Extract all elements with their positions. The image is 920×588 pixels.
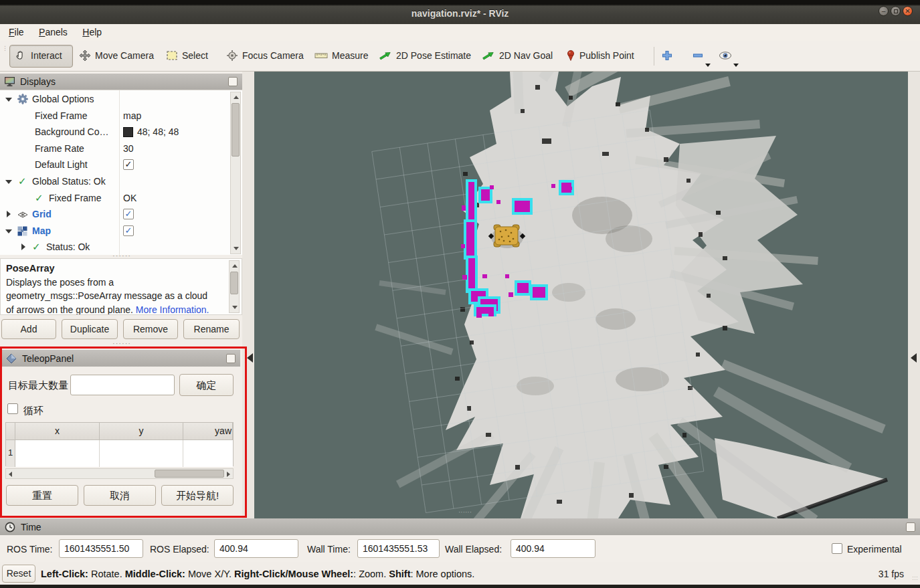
tree-row-fixed-frame[interactable]: Fixed Frame map bbox=[0, 108, 230, 124]
minimize-button[interactable]: – bbox=[879, 6, 889, 16]
table-horizontal-scrollbar[interactable] bbox=[5, 468, 234, 479]
time-float-button[interactable] bbox=[906, 522, 915, 532]
tree-row-grid[interactable]: Grid ✓ bbox=[0, 207, 230, 223]
tree-value[interactable]: 48; 48; 48 bbox=[137, 126, 179, 137]
cancel-button[interactable]: 取消 bbox=[84, 485, 156, 506]
scroll-left-icon[interactable] bbox=[9, 472, 12, 477]
eye-dropdown-arrow-icon[interactable] bbox=[733, 64, 739, 67]
toolbar-grip[interactable]: ⋮⋮ bbox=[2, 47, 6, 66]
confirm-button[interactable]: 确定 bbox=[179, 374, 234, 396]
focus-camera-tool[interactable]: Focus Camera bbox=[226, 50, 304, 62]
interact-tool[interactable]: Interact bbox=[15, 50, 62, 62]
tree-row-default-light[interactable]: Default Light ✓ bbox=[0, 157, 230, 173]
right-splitter[interactable] bbox=[908, 72, 920, 518]
map-checkbox[interactable]: ✓ bbox=[123, 225, 134, 236]
table-cell-yaw[interactable] bbox=[183, 440, 233, 467]
tree-row-global-status[interactable]: ✓ Global Status: Ok bbox=[0, 174, 230, 190]
left-splitter[interactable]: ····· bbox=[242, 72, 254, 518]
view-visibility-tool[interactable] bbox=[719, 50, 732, 62]
help-segment: Right-Click/Mouse Wheel: bbox=[234, 569, 353, 579]
tree-row-global-options[interactable]: Global Options bbox=[0, 92, 230, 108]
status-bar: Reset Left-Click: Rotate. Middle-Click: … bbox=[0, 562, 920, 585]
zoom-out-tool[interactable] bbox=[692, 50, 704, 62]
scrollbar-thumb[interactable] bbox=[232, 103, 240, 157]
menu-file[interactable]: File bbox=[3, 24, 30, 37]
tree-row-fixed-frame-status[interactable]: ✓ Fixed Frame OK bbox=[0, 191, 230, 207]
ros-elapsed-input[interactable] bbox=[214, 539, 298, 558]
scroll-down-icon[interactable] bbox=[234, 247, 239, 250]
tree-value[interactable]: map bbox=[123, 110, 141, 121]
scroll-up-icon[interactable] bbox=[232, 264, 238, 268]
scrollbar-thumb[interactable] bbox=[155, 470, 224, 478]
expander-down-icon[interactable] bbox=[5, 180, 12, 184]
tree-scrollbar[interactable] bbox=[230, 92, 241, 254]
duplicate-button[interactable]: Duplicate bbox=[62, 319, 118, 339]
measure-tool[interactable]: Measure bbox=[314, 50, 368, 62]
help-segment: : More options. bbox=[410, 569, 474, 579]
scroll-right-icon[interactable] bbox=[227, 472, 230, 477]
column-header-x[interactable]: x bbox=[15, 423, 100, 440]
scroll-up-icon[interactable] bbox=[234, 96, 239, 99]
description-scrollbar[interactable] bbox=[229, 260, 240, 313]
add-button[interactable]: Add bbox=[1, 319, 56, 339]
title-bar[interactable]: navigation.rviz* - RViz – ✕ bbox=[0, 0, 920, 24]
pin-icon bbox=[566, 50, 575, 62]
menu-help[interactable]: Help bbox=[76, 24, 108, 37]
wall-elapsed-input[interactable] bbox=[511, 539, 595, 558]
collapse-right-arrow-icon[interactable] bbox=[911, 353, 917, 363]
teleop-panel-header[interactable]: TeleopPanel bbox=[2, 350, 240, 367]
splitter-handle[interactable]: ······ bbox=[112, 342, 131, 345]
column-header-yaw[interactable]: yaw bbox=[183, 423, 233, 440]
reset-goals-button[interactable]: 重置 bbox=[6, 485, 78, 506]
tree-row-map[interactable]: Map ✓ bbox=[0, 223, 230, 239]
expander-down-icon[interactable] bbox=[5, 229, 12, 233]
help-segment: Middle-Click: bbox=[125, 569, 185, 579]
nav-goal-tool[interactable]: 2D Nav Goal bbox=[482, 50, 553, 62]
default-light-checkbox[interactable]: ✓ bbox=[123, 159, 134, 170]
max-goals-input[interactable] bbox=[70, 375, 175, 395]
more-information-link[interactable]: More Information. bbox=[136, 304, 209, 315]
rename-button[interactable]: Rename bbox=[183, 319, 240, 339]
tree-row-background-color[interactable]: Background Co… 48; 48; 48 bbox=[0, 124, 230, 140]
color-swatch[interactable] bbox=[123, 127, 133, 137]
zoom-in-tool[interactable] bbox=[661, 50, 673, 62]
goals-table[interactable]: x y yaw 1 bbox=[5, 422, 234, 466]
remove-button[interactable]: Remove bbox=[123, 319, 178, 339]
splitter-handle[interactable]: ······ bbox=[112, 254, 131, 257]
expander-right-icon[interactable] bbox=[21, 243, 25, 250]
grid-checkbox[interactable]: ✓ bbox=[123, 209, 134, 219]
wall-time-input[interactable] bbox=[357, 539, 440, 558]
tree-row-frame-rate[interactable]: Frame Rate 30 bbox=[0, 141, 230, 157]
close-button[interactable]: ✕ bbox=[903, 6, 913, 16]
teleop-float-button[interactable] bbox=[226, 354, 236, 363]
menu-panels[interactable]: Panels bbox=[33, 24, 74, 37]
tree-value[interactable]: 30 bbox=[123, 143, 134, 154]
displays-tree[interactable]: Global Options Fixed Frame map Backgroun… bbox=[0, 90, 242, 255]
loop-checkbox[interactable] bbox=[7, 403, 18, 414]
experimental-checkbox[interactable] bbox=[832, 543, 842, 554]
maximize-button[interactable] bbox=[891, 6, 901, 16]
expander-down-icon[interactable] bbox=[5, 98, 12, 102]
row-header-1[interactable]: 1 bbox=[6, 440, 15, 467]
3d-viewport[interactable]: ······ bbox=[254, 72, 908, 518]
table-cell-y[interactable] bbox=[100, 440, 183, 467]
pose-estimate-tool[interactable]: 2D Pose Estimate bbox=[379, 50, 471, 62]
collapse-left-arrow-icon[interactable] bbox=[247, 353, 253, 363]
table-cell-x[interactable] bbox=[15, 440, 100, 467]
resize-grip[interactable]: ······ bbox=[912, 575, 918, 581]
expander-right-icon[interactable] bbox=[7, 211, 11, 217]
start-navigation-button[interactable]: 开始导航! bbox=[161, 485, 234, 506]
scrollbar-thumb[interactable] bbox=[230, 272, 238, 294]
scroll-down-icon[interactable] bbox=[232, 306, 238, 309]
move-camera-tool[interactable]: Move Camera bbox=[79, 50, 154, 62]
zoom-dropdown-arrow-icon[interactable] bbox=[705, 64, 711, 67]
displays-float-button[interactable] bbox=[228, 77, 238, 86]
move-camera-label: Move Camera bbox=[95, 50, 154, 61]
column-header-y[interactable]: y bbox=[100, 423, 183, 440]
displays-panel-header[interactable]: Displays bbox=[0, 74, 242, 90]
reset-view-button[interactable]: Reset bbox=[2, 565, 35, 583]
select-tool[interactable]: Select bbox=[166, 50, 208, 62]
time-panel-header[interactable]: Time bbox=[0, 518, 920, 535]
ros-time-input[interactable] bbox=[59, 539, 143, 558]
publish-point-tool[interactable]: Publish Point bbox=[566, 50, 634, 62]
